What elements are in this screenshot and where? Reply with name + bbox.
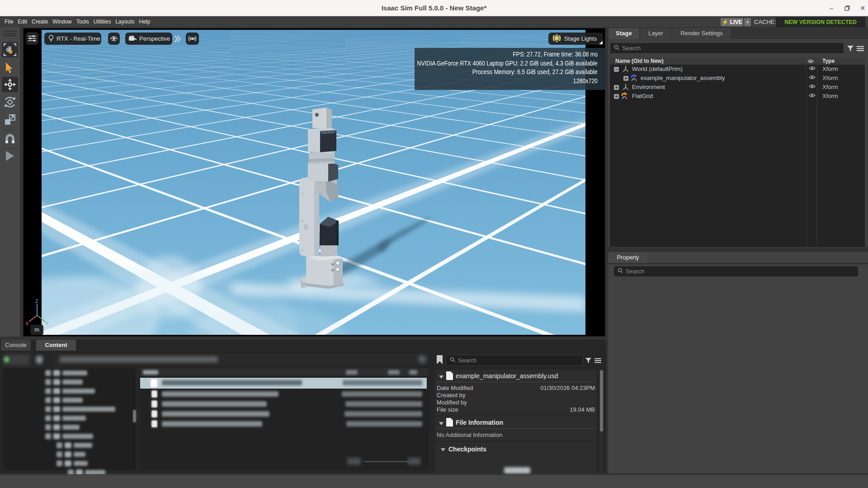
svg-text:Z: Z bbox=[35, 298, 38, 304]
svg-text:Y: Y bbox=[45, 321, 49, 326]
svg-text:X: X bbox=[25, 321, 29, 326]
